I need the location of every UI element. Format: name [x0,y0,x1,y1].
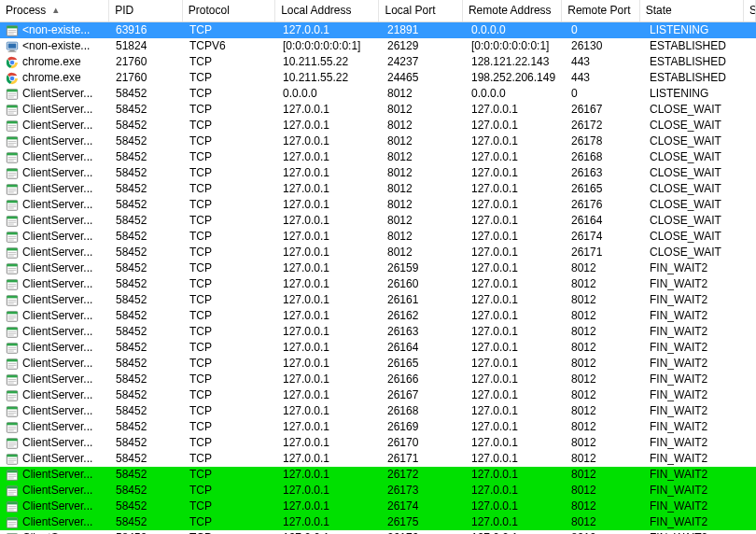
table-row[interactable]: ClientServer...58452TCP127.0.0.18012127.… [0,229,756,245]
table-row[interactable]: ClientServer...58452TCP127.0.0.126173127… [0,483,756,499]
cell-remote-port: 26165 [566,181,644,197]
column-header-extra[interactable]: S [744,0,756,21]
cell-protocol: TCP [184,134,277,149]
cell-remote-address: 127.0.0.1 [466,483,566,499]
table-row[interactable]: ClientServer...58452TCP127.0.0.126164127… [0,340,756,356]
cell-local-address: 127.0.0.1 [277,118,382,134]
cell-local-port: 8012 [382,134,466,149]
svg-rect-36 [7,152,17,155]
column-header-remote-port[interactable]: Remote Port [562,0,639,21]
svg-rect-146 [7,501,17,504]
table-row[interactable]: ClientServer...58452TCP127.0.0.18012127.… [0,118,756,134]
cell-state: CLOSE_WAIT [644,229,749,245]
cell-local-address: 127.0.0.1 [277,514,382,530]
cell-remote-port: 8012 [566,372,644,387]
cell-local-address: 127.0.0.1 [277,451,382,467]
table-row[interactable]: ClientServer...58452TCP127.0.0.18012127.… [0,181,756,197]
table-row[interactable]: ClientServer...58452TCP127.0.0.18012127.… [0,213,756,229]
table-row[interactable]: ClientServer...58452TCP127.0.0.18012127.… [0,102,756,118]
table-row[interactable]: ClientServer...58452TCP127.0.0.126167127… [0,387,756,403]
svg-rect-83 [8,301,17,302]
cell-pid: 58452 [110,372,184,387]
cell-pid: 58452 [110,467,184,483]
cell-local-address: 127.0.0.1 [277,260,382,276]
table-row[interactable]: chrome.exe21760TCP10.211.55.2224465198.2… [0,70,756,86]
table-row[interactable]: ClientServer...58452TCP127.0.0.18012127.… [0,134,756,149]
cell-protocol: TCP [184,276,277,292]
table-row[interactable]: <non-existe...51824TCPV6[0:0:0:0:0:0:0:1… [0,38,756,54]
column-header-state[interactable]: State [640,0,744,21]
cell-process: ClientServer... [22,229,92,245]
cell-protocol: TCP [184,245,277,260]
table-row[interactable]: <non-existe...63916TCP127.0.0.1218910.0.… [0,22,756,38]
app-generic-icon [6,405,19,418]
cell-process: ClientServer... [22,356,92,372]
svg-rect-78 [8,285,17,286]
column-header-process[interactable]: Process ▴ [0,0,109,21]
table-row[interactable]: ClientServer...58452TCP127.0.0.126170127… [0,435,756,451]
table-row[interactable]: ClientServer...58452TCP127.0.0.126162127… [0,308,756,324]
svg-rect-18 [8,94,17,95]
cell-state: CLOSE_WAIT [644,197,749,213]
table-row[interactable]: ClientServer...58452TCP127.0.0.126175127… [0,514,756,530]
column-header-local-port[interactable]: Local Port [379,0,462,21]
svg-rect-128 [8,443,17,444]
app-generic-icon [6,294,19,307]
column-header-local-address[interactable]: Local Address [275,0,379,21]
table-row[interactable]: ClientServer...58452TCP127.0.0.126160127… [0,276,756,292]
cell-remote-port: 8012 [566,403,644,419]
cell-process: ClientServer... [22,435,92,451]
table-row[interactable]: ClientServer...58452TCP127.0.0.126163127… [0,324,756,340]
table-row[interactable]: ClientServer...58452TCP127.0.0.18012127.… [0,149,756,165]
app-sys-icon [6,40,19,53]
table-row[interactable]: ClientServer...58452TCP127.0.0.18012127.… [0,197,756,213]
cell-state: LISTENING [644,22,749,38]
cell-state: FIN_WAIT2 [644,387,749,403]
app-generic-icon [6,262,19,275]
svg-rect-106 [7,374,17,377]
cell-local-port: 26171 [382,451,466,467]
table-row[interactable]: ClientServer...58452TCP127.0.0.126172127… [0,467,756,483]
cell-state: CLOSE_WAIT [644,118,749,134]
cell-process: ClientServer... [22,308,92,324]
svg-rect-118 [8,412,17,413]
table-row[interactable]: ClientServer...58452TCP127.0.0.126169127… [0,419,756,435]
cell-protocol: TCP [184,181,277,197]
table-row[interactable]: ClientServer...58452TCP127.0.0.126174127… [0,499,756,514]
table-row[interactable]: ClientServer...58452TCP127.0.0.18012127.… [0,165,756,181]
svg-rect-153 [8,523,17,524]
cell-local-port: 8012 [382,86,466,102]
cell-process: ClientServer... [22,324,92,340]
cell-local-address: 10.211.55.22 [277,70,382,86]
table-row[interactable]: ClientServer...58452TCP127.0.0.18012127.… [0,245,756,260]
svg-rect-86 [7,311,17,314]
cell-local-address: 127.0.0.1 [277,483,382,499]
svg-rect-154 [8,525,14,526]
column-header-protocol[interactable]: Protocol [183,0,275,21]
column-header-remote-address[interactable]: Remote Address [463,0,562,21]
cell-protocol: TCP [184,356,277,372]
table-row[interactable]: chrome.exe21760TCP10.211.55.2224237128.1… [0,54,756,70]
cell-pid: 58452 [110,483,184,499]
table-row[interactable]: ClientServer...58452TCP127.0.0.126176127… [0,530,756,534]
cell-remote-port: 0 [566,22,644,38]
cell-local-port: 26173 [382,483,466,499]
cell-process: ClientServer... [22,213,92,229]
cell-state: FIN_WAIT2 [644,530,749,534]
svg-rect-104 [8,366,14,367]
cell-process: ClientServer... [22,118,92,134]
table-row[interactable]: ClientServer...58452TCP127.0.0.126165127… [0,356,756,372]
app-generic-icon [6,469,19,482]
column-header-pid[interactable]: PID [109,0,183,21]
table-row[interactable]: ClientServer...58452TCP127.0.0.126159127… [0,260,756,276]
cell-local-address: 127.0.0.1 [277,372,382,387]
app-generic-icon [6,215,19,228]
cell-pid: 58452 [110,260,184,276]
table-row[interactable]: ClientServer...58452TCP127.0.0.126168127… [0,403,756,419]
table-row[interactable]: ClientServer...58452TCP0.0.0.080120.0.0.… [0,86,756,102]
cell-remote-port: 443 [566,54,644,70]
table-row[interactable]: ClientServer...58452TCP127.0.0.126161127… [0,292,756,308]
cell-remote-port: 8012 [566,467,644,483]
table-row[interactable]: ClientServer...58452TCP127.0.0.126171127… [0,451,756,467]
table-row[interactable]: ClientServer...58452TCP127.0.0.126166127… [0,372,756,387]
